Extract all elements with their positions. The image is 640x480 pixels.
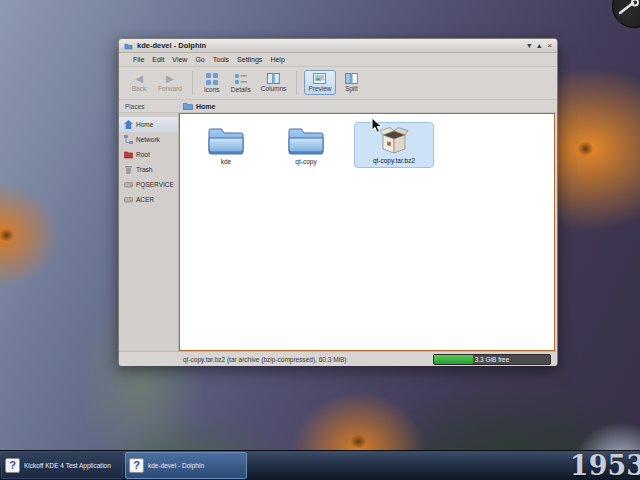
file-name: kde <box>221 158 231 165</box>
folder-view[interactable]: kde qt-copy <box>179 113 555 351</box>
split-view-button[interactable]: Split <box>340 71 364 94</box>
mouse-cursor <box>371 117 383 134</box>
place-label: Home <box>136 121 153 128</box>
question-dialog-icon: ? <box>5 458 20 473</box>
file-name: qt-copy <box>295 158 316 165</box>
places-panel-header: Places <box>119 103 179 110</box>
toolbar-separator <box>192 71 193 95</box>
back-button[interactable]: ◀ Back <box>127 71 151 94</box>
wrench-icon <box>617 0 640 15</box>
back-icon: ◀ <box>135 73 143 84</box>
task-title: kde-devel - Dolphin <box>148 462 204 470</box>
close-button[interactable]: × <box>547 41 552 51</box>
place-label: PQSERVICE <box>136 181 174 188</box>
desktop: kde-devel - Dolphin ▾ ▴ × File Edit View… <box>0 0 640 480</box>
preview-icon <box>313 73 326 84</box>
back-label: Back <box>132 85 146 92</box>
place-label: Trash <box>136 166 152 173</box>
place-root[interactable]: Root <box>119 147 178 162</box>
titlebar[interactable]: kde-devel - Dolphin ▾ ▴ × <box>119 39 557 53</box>
split-label: Split <box>345 85 358 92</box>
place-trash[interactable]: Trash <box>119 162 178 177</box>
file-qt-copy-archive[interactable]: qt-copy.tar.bz2 <box>354 122 434 168</box>
path-row: Places Home <box>119 100 557 113</box>
place-pqservice[interactable]: PQSERVICE <box>119 177 178 192</box>
icons-view-icon <box>206 73 218 85</box>
split-view-icon <box>345 73 358 84</box>
menu-edit[interactable]: Edit <box>152 56 164 63</box>
toolbar: ◀ Back ▶ Forward Icons <box>119 67 557 100</box>
icons-label: Icons <box>204 86 220 93</box>
place-network[interactable]: Network <box>119 132 178 147</box>
drive-icon <box>124 180 133 189</box>
forward-icon: ▶ <box>166 73 174 84</box>
preview-label: Preview <box>308 85 331 92</box>
disk-capacity-bar: 3.3 GiB free <box>433 354 551 365</box>
columns-view-button[interactable]: Columns <box>258 71 290 94</box>
trash-icon <box>124 165 133 174</box>
place-home[interactable]: Home <box>119 117 178 132</box>
task-dolphin[interactable]: ? kde-devel - Dolphin <box>125 452 247 479</box>
breadcrumb[interactable]: Home <box>179 102 215 110</box>
root-folder-icon <box>124 150 133 159</box>
menu-tools[interactable]: Tools <box>213 56 229 63</box>
free-space-label: 3.3 GiB free <box>434 355 550 364</box>
forward-label: Forward <box>158 85 182 92</box>
menubar: File Edit View Go Tools Settings Help <box>119 53 557 67</box>
task-title: Kickoff KDE 4 Test Application <box>24 462 111 470</box>
place-label: Network <box>136 136 160 143</box>
archive-icon <box>379 126 409 155</box>
menu-file[interactable]: File <box>133 56 144 63</box>
network-icon <box>124 135 133 144</box>
menu-help[interactable]: Help <box>270 56 284 63</box>
preview-toggle-button[interactable]: Preview <box>304 70 335 95</box>
file-kde[interactable]: kde <box>194 122 258 168</box>
home-icon <box>124 120 133 129</box>
task-kickoff[interactable]: ? Kickoff KDE 4 Test Application <box>1 452 123 479</box>
minimize-button[interactable]: ▾ <box>527 41 531 51</box>
folder-icon <box>206 125 246 156</box>
taskbar: ? Kickoff KDE 4 Test Application ? kde-d… <box>0 450 640 480</box>
dolphin-app-icon <box>124 42 133 50</box>
details-view-icon <box>235 73 247 85</box>
status-info-text: qt-copy.tar.bz2 (tar archive (bzip-compr… <box>183 356 347 363</box>
places-panel: Home Network Root <box>119 113 179 351</box>
statusbar: qt-copy.tar.bz2 (tar archive (bzip-compr… <box>119 351 557 366</box>
menu-view[interactable]: View <box>172 56 187 63</box>
icons-view-button[interactable]: Icons <box>200 71 224 95</box>
forward-button[interactable]: ▶ Forward <box>155 71 185 94</box>
columns-view-icon <box>267 73 280 84</box>
details-view-button[interactable]: Details <box>228 71 254 95</box>
menu-settings[interactable]: Settings <box>237 56 262 63</box>
place-label: Root <box>136 151 150 158</box>
question-dialog-icon: ? <box>129 458 144 473</box>
maximize-button[interactable]: ▴ <box>537 41 541 51</box>
details-label: Details <box>231 86 251 93</box>
breadcrumb-home[interactable]: Home <box>196 103 215 110</box>
window-title: kde-devel - Dolphin <box>137 41 206 50</box>
folder-small-icon <box>183 102 193 110</box>
digital-clock[interactable]: 1953 <box>570 451 640 480</box>
columns-label: Columns <box>261 85 287 92</box>
place-label: ACER <box>136 196 154 203</box>
plasma-toolbox[interactable] <box>612 0 640 28</box>
folder-icon <box>286 125 326 156</box>
place-acer[interactable]: ACER <box>119 192 178 207</box>
dolphin-window: kde-devel - Dolphin ▾ ▴ × File Edit View… <box>118 38 558 365</box>
window-content: Home Network Root <box>119 113 557 351</box>
file-qt-copy[interactable]: qt-copy <box>274 122 338 168</box>
drive-icon <box>124 195 133 204</box>
toolbar-separator <box>296 71 297 95</box>
menu-go[interactable]: Go <box>195 56 204 63</box>
file-name: qt-copy.tar.bz2 <box>373 157 415 164</box>
